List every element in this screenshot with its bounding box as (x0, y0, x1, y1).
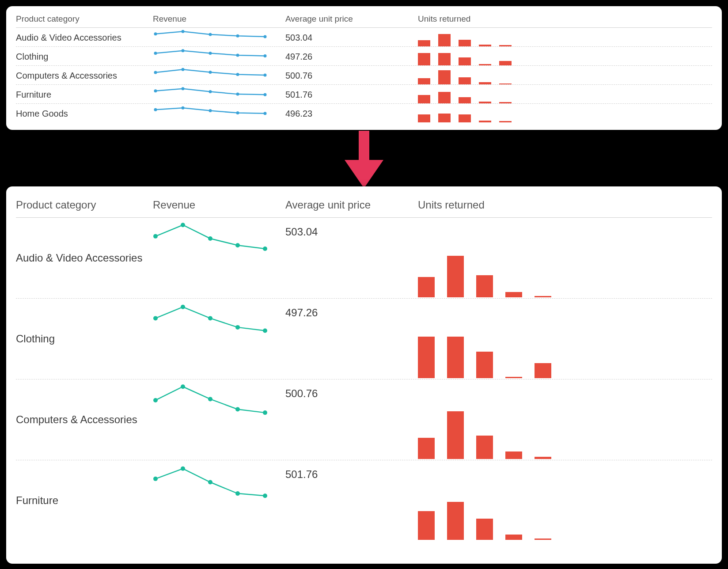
table-expanded: Product category Revenue Average unit pr… (6, 186, 722, 564)
units-returned-bars (418, 47, 712, 66)
bar (476, 352, 493, 378)
svg-point-24 (264, 112, 267, 115)
svg-point-17 (209, 90, 212, 93)
col-category: Product category (16, 199, 153, 211)
units-returned-bars (418, 218, 712, 298)
svg-point-3 (236, 34, 239, 38)
category-label: Furniture (16, 90, 153, 100)
avg-price: 503.04 (285, 33, 418, 43)
bar (418, 40, 430, 46)
bar (418, 277, 435, 297)
avg-price: 500.76 (285, 379, 418, 400)
table-header: Product category Revenue Average unit pr… (16, 11, 712, 28)
category-label: Clothing (16, 333, 153, 345)
svg-point-41 (181, 467, 185, 471)
svg-point-20 (154, 108, 157, 111)
avg-price: 497.26 (285, 299, 418, 319)
category-label: Computers & Accessories (16, 71, 153, 81)
units-returned-bars (418, 85, 712, 104)
svg-point-21 (182, 106, 185, 110)
svg-point-26 (181, 223, 185, 227)
bar (505, 535, 522, 540)
col-returns: Units returned (418, 14, 712, 24)
col-revenue: Revenue (153, 14, 285, 24)
svg-point-18 (236, 93, 239, 96)
svg-point-19 (264, 93, 267, 96)
svg-point-14 (264, 74, 267, 77)
svg-point-7 (209, 52, 212, 55)
bar (418, 78, 430, 84)
svg-point-25 (153, 234, 158, 239)
table-row: Computers & Accessories500.76 (16, 66, 712, 85)
svg-point-23 (236, 111, 239, 114)
units-returned-bars (418, 104, 712, 123)
bar (447, 337, 464, 378)
revenue-sparkline (153, 85, 268, 104)
bar (535, 296, 551, 297)
col-price: Average unit price (285, 14, 418, 24)
bar (479, 64, 491, 65)
svg-point-5 (154, 52, 157, 55)
svg-point-44 (263, 493, 267, 498)
svg-point-2 (209, 33, 212, 36)
revenue-sparkline (153, 460, 268, 541)
bar (505, 451, 522, 459)
svg-point-9 (264, 54, 267, 57)
revenue-sparkline (153, 28, 268, 47)
svg-point-29 (263, 247, 267, 251)
svg-point-6 (182, 49, 185, 52)
svg-point-1 (182, 30, 185, 33)
units-returned-bars (418, 379, 712, 460)
svg-point-30 (153, 316, 158, 320)
bar (447, 256, 464, 297)
bar (479, 121, 491, 122)
table-row: Home Goods496.23 (16, 104, 712, 122)
bar (505, 292, 522, 297)
bar (418, 511, 435, 540)
svg-point-31 (181, 305, 185, 309)
table-row: Clothing497.26 (16, 47, 712, 66)
units-returned-bars (418, 66, 712, 85)
col-returns: Units returned (418, 199, 712, 211)
svg-point-22 (209, 109, 212, 112)
units-returned-bars (418, 28, 712, 47)
category-label: Home Goods (16, 109, 153, 119)
units-returned-bars (418, 460, 712, 541)
svg-point-8 (236, 53, 239, 57)
svg-point-13 (236, 73, 239, 76)
bar (476, 436, 493, 459)
svg-point-16 (182, 87, 185, 90)
avg-price: 501.76 (285, 460, 418, 481)
table-compact: Product category Revenue Average unit pr… (6, 6, 722, 130)
avg-price: 500.76 (285, 71, 418, 81)
bar (418, 114, 430, 122)
bar (438, 92, 451, 103)
category-label: Audio & Video Accessories (16, 252, 153, 264)
bar (459, 77, 471, 84)
bar (535, 457, 551, 459)
units-returned-bars (418, 299, 712, 379)
svg-point-4 (264, 35, 267, 38)
svg-point-42 (208, 480, 212, 485)
bar (438, 114, 451, 122)
bar (535, 363, 551, 378)
col-category: Product category (16, 14, 153, 24)
bar (476, 519, 493, 540)
bar (459, 114, 471, 122)
table-row: Computers & Accessories500.76 (16, 379, 712, 460)
bar (459, 97, 471, 103)
bar (459, 57, 471, 65)
bar (499, 102, 512, 103)
svg-point-43 (235, 491, 240, 496)
avg-price: 503.04 (285, 218, 418, 238)
avg-price: 496.23 (285, 109, 418, 119)
table-row: Audio & Video Accessories503.04 (16, 28, 712, 47)
svg-point-34 (263, 329, 267, 333)
bar (479, 82, 491, 84)
table-row: Furniture501.76 (16, 85, 712, 104)
col-revenue: Revenue (153, 199, 285, 211)
category-label: Audio & Video Accessories (16, 33, 153, 43)
svg-point-35 (153, 398, 158, 402)
category-label: Clothing (16, 52, 153, 62)
svg-point-12 (209, 71, 212, 74)
